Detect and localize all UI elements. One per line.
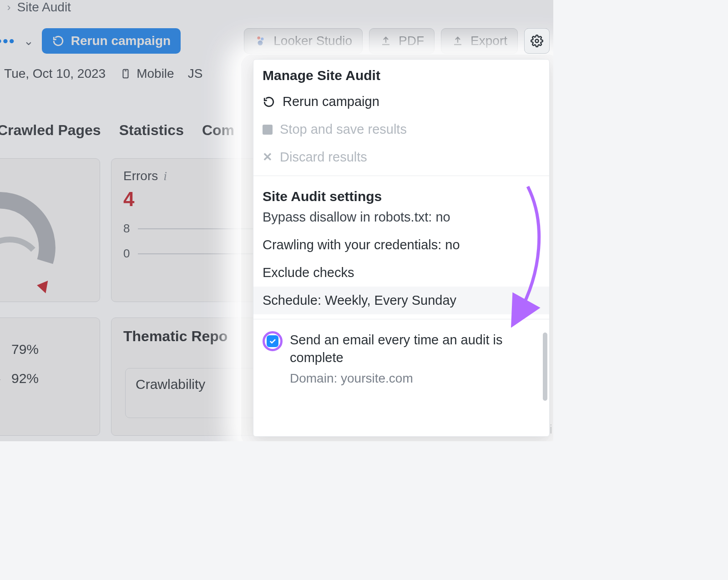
setting-crawl-credentials[interactable]: Crawling with your credentials: no: [253, 231, 549, 259]
refresh-icon: [263, 96, 275, 108]
panel-stop-label: Stop and save results: [280, 122, 407, 137]
panel-rerun-label: Rerun campaign: [283, 94, 379, 109]
settings-dropdown-panel: Manage Site Audit Rerun campaign Stop an…: [253, 59, 550, 437]
gear-icon: [531, 35, 543, 47]
setting-schedule[interactable]: Schedule: Weekly, Every Sunday: [253, 287, 549, 314]
notify-domain: Domain: yoursite.com: [253, 371, 549, 394]
stop-icon: [263, 125, 273, 135]
settings-button[interactable]: [524, 28, 550, 54]
panel-rerun-campaign[interactable]: Rerun campaign: [253, 88, 549, 116]
divider: [253, 319, 549, 319]
notify-label: Send an email every time an audit is com…: [290, 331, 540, 367]
setting-email-notify[interactable]: Send an email every time an audit is com…: [253, 324, 549, 371]
panel-stop-save: Stop and save results: [253, 116, 549, 143]
svg-point-6: [536, 40, 539, 43]
checkbox-highlight-ring: [263, 331, 283, 351]
setting-bypass-robots[interactable]: Bypass disallow in robots.txt: no: [253, 209, 549, 231]
setting-exclude-checks[interactable]: Exclude checks: [253, 259, 549, 287]
site-audit-settings-heading: Site Audit settings: [253, 181, 549, 209]
checkbox-checked-icon[interactable]: [267, 335, 278, 347]
panel-discard: ✕ Discard results: [253, 143, 549, 171]
divider: [253, 176, 549, 176]
close-icon: ✕: [263, 150, 273, 164]
panel-discard-label: Discard results: [280, 150, 367, 165]
scrollbar-thumb[interactable]: [543, 333, 547, 401]
manage-site-audit-heading: Manage Site Audit: [253, 60, 549, 88]
